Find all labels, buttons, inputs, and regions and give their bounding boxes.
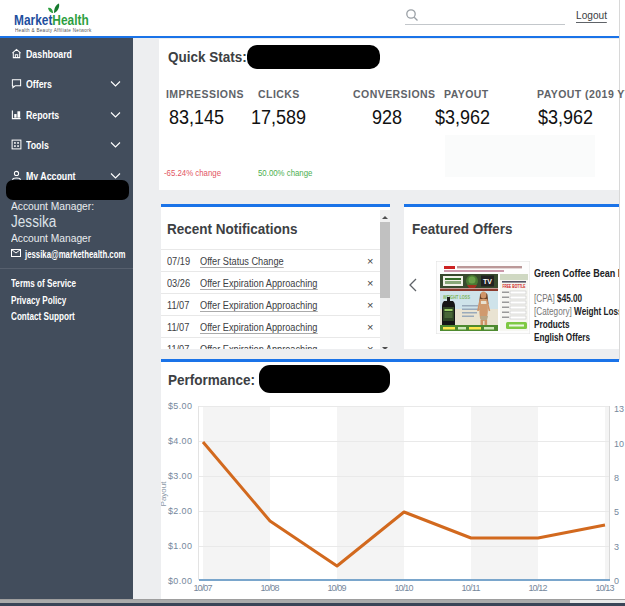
svg-text:$2.00: $2.00 xyxy=(168,506,192,516)
svg-text:$4.00: $4.00 xyxy=(168,436,192,446)
svg-text:3: 3 xyxy=(614,542,619,552)
svg-text:13: 13 xyxy=(614,404,624,414)
svg-text:$1.00: $1.00 xyxy=(168,541,192,551)
svg-text:$0.00: $0.00 xyxy=(168,576,192,586)
svg-text:10/10: 10/10 xyxy=(395,583,414,593)
svg-text:10/09: 10/09 xyxy=(328,583,347,593)
svg-text:10/07: 10/07 xyxy=(194,583,213,593)
svg-text:0: 0 xyxy=(614,576,619,586)
svg-text:Payout: Payout xyxy=(161,481,168,507)
svg-text:10/12: 10/12 xyxy=(529,583,548,593)
svg-text:TV: TV xyxy=(483,278,492,285)
svg-text:10/13: 10/13 xyxy=(596,583,615,593)
svg-text:10: 10 xyxy=(614,439,624,449)
svg-text:10/11: 10/11 xyxy=(462,583,481,593)
svg-text:8: 8 xyxy=(614,473,619,483)
svg-text:FREE BOTTLE: FREE BOTTLE xyxy=(503,284,526,289)
svg-text:$5.00: $5.00 xyxy=(168,401,192,411)
svg-text:10/08: 10/08 xyxy=(261,583,280,593)
svg-text:$3.00: $3.00 xyxy=(168,471,192,481)
svg-text:5: 5 xyxy=(614,507,619,517)
